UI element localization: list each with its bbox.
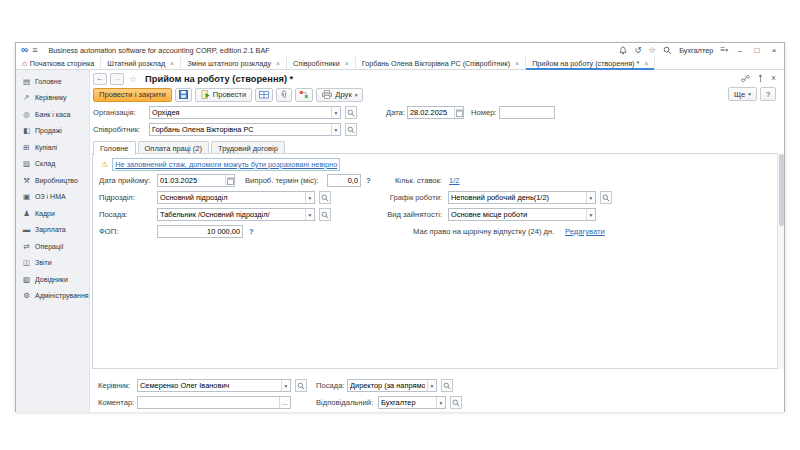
minimize-button[interactable]: – bbox=[735, 46, 745, 55]
tab-employees[interactable]: Співробітники × bbox=[287, 57, 356, 69]
hire-date-input[interactable] bbox=[158, 175, 225, 186]
sidebar-item-salary[interactable]: ▬Зарплата bbox=[16, 222, 89, 239]
tab-staffing[interactable]: Штатний розклад × bbox=[101, 57, 181, 69]
get-link-icon[interactable] bbox=[741, 74, 750, 83]
sidebar-item-directories[interactable]: ▧Довідники bbox=[16, 271, 89, 288]
tab-employee-card[interactable]: Горбань Олена Вікторівна РС (Співробітни… bbox=[356, 57, 526, 69]
organization-field[interactable]: ▾ bbox=[149, 106, 341, 119]
sidebar-item-bank-cash[interactable]: ◎Банк і каса bbox=[16, 106, 89, 123]
print-button[interactable]: Друк ▾ bbox=[316, 88, 363, 102]
tab-hiring-document[interactable]: Прийом на роботу (створення) * × bbox=[526, 57, 655, 69]
comment-input[interactable] bbox=[138, 397, 279, 408]
chevron-down-icon[interactable]: ▾ bbox=[305, 192, 314, 203]
responsible-field[interactable]: ▾ bbox=[378, 396, 446, 409]
close-tab-icon[interactable]: × bbox=[515, 60, 519, 67]
dtkt-postings-button[interactable] bbox=[255, 88, 273, 102]
calendar-icon[interactable] bbox=[454, 107, 463, 118]
form-tab-main[interactable]: Головне bbox=[93, 141, 136, 155]
service-menu-icon[interactable]: ≡▾ bbox=[720, 45, 728, 55]
employment-type-field[interactable]: ▾ bbox=[448, 208, 596, 221]
chevron-down-icon[interactable]: ▾ bbox=[586, 209, 595, 220]
related-documents-button[interactable] bbox=[295, 88, 313, 102]
close-tab-icon[interactable]: × bbox=[170, 60, 174, 67]
tab-home-page[interactable]: ⌂ Початкова сторінка bbox=[16, 57, 101, 69]
back-button[interactable]: ← bbox=[93, 73, 107, 85]
position-input[interactable] bbox=[158, 209, 305, 220]
close-tab-icon[interactable]: × bbox=[276, 60, 280, 67]
chevron-down-icon[interactable]: ▾ bbox=[331, 107, 340, 118]
sidebar-item-hr[interactable]: ♟Кадри bbox=[16, 205, 89, 222]
main-menu-icon[interactable]: ≡ bbox=[32, 45, 37, 55]
close-tab-icon[interactable]: × bbox=[345, 60, 349, 67]
sidebar-item-manager[interactable]: ↗Керівнику bbox=[16, 90, 89, 107]
organization-input[interactable] bbox=[150, 107, 331, 118]
chevron-down-icon[interactable]: ▾ bbox=[586, 192, 595, 203]
vertical-scrollbar[interactable] bbox=[777, 153, 784, 369]
attachments-button[interactable] bbox=[276, 88, 292, 102]
work-schedule-field[interactable]: ▾ bbox=[448, 191, 596, 204]
manager-position-open-button[interactable] bbox=[441, 379, 453, 392]
maximize-button[interactable]: □ bbox=[752, 46, 762, 55]
manager-position-field[interactable]: ▾ bbox=[347, 379, 437, 392]
number-input[interactable] bbox=[499, 106, 555, 119]
forward-button[interactable]: → bbox=[110, 73, 124, 85]
chevron-down-icon[interactable]: ▾ bbox=[305, 209, 314, 220]
favorite-star-icon[interactable]: ☆ bbox=[129, 74, 137, 84]
chevron-down-icon[interactable]: ▾ bbox=[331, 124, 340, 135]
close-form-icon[interactable]: × bbox=[771, 73, 776, 83]
favorites-star-icon[interactable]: ☆ bbox=[649, 46, 657, 55]
employment-type-input[interactable] bbox=[449, 209, 586, 220]
manager-field[interactable]: ▾ bbox=[137, 379, 291, 392]
sidebar-item-warehouse[interactable]: ▥Склад bbox=[16, 156, 89, 173]
employee-field[interactable]: ▾ bbox=[149, 123, 341, 136]
history-icon[interactable]: ↺ bbox=[634, 46, 641, 55]
notifications-bell-icon[interactable] bbox=[619, 46, 627, 55]
manager-position-input[interactable] bbox=[348, 380, 427, 391]
close-window-button[interactable]: × bbox=[769, 46, 779, 55]
scrollbar-thumb[interactable] bbox=[779, 154, 784, 226]
department-open-button[interactable] bbox=[319, 191, 331, 204]
hire-date-field[interactable] bbox=[157, 174, 235, 187]
calendar-icon[interactable] bbox=[225, 175, 234, 186]
date-field[interactable] bbox=[407, 106, 464, 119]
sidebar-item-main[interactable]: ▤Головне bbox=[16, 73, 89, 90]
seniority-warning-link[interactable]: Не заповнений стаж, допомоги можуть бути… bbox=[112, 158, 340, 171]
chevron-down-icon[interactable]: ▾ bbox=[281, 380, 290, 391]
fop-input[interactable] bbox=[157, 225, 243, 238]
chevron-down-icon[interactable]: ▾ bbox=[436, 397, 445, 408]
sidebar-item-purchases[interactable]: ⊞Купівлі bbox=[16, 139, 89, 156]
close-tab-icon[interactable]: × bbox=[644, 60, 648, 67]
sidebar-item-reports[interactable]: ◫Звіти bbox=[16, 255, 89, 272]
save-button[interactable] bbox=[175, 88, 192, 102]
comment-field[interactable]: ... bbox=[137, 396, 291, 409]
post-and-close-button[interactable]: Провести і закрити bbox=[93, 88, 172, 102]
employee-input[interactable] bbox=[150, 124, 331, 135]
work-schedule-open-button[interactable] bbox=[600, 191, 612, 204]
tab-staffing-changes[interactable]: Зміни штатного розкладу × bbox=[181, 57, 287, 69]
more-actions-button[interactable]: Ще▾ bbox=[728, 87, 757, 101]
responsible-open-button[interactable] bbox=[450, 396, 462, 409]
employee-open-button[interactable] bbox=[345, 123, 357, 136]
sidebar-item-fixed-assets[interactable]: ▣ОЗ і НМА bbox=[16, 189, 89, 206]
chevron-down-icon[interactable]: ▾ bbox=[427, 380, 436, 391]
search-icon[interactable] bbox=[663, 46, 672, 55]
help-button[interactable]: ? bbox=[760, 87, 776, 101]
comment-more-button[interactable]: ... bbox=[279, 397, 290, 408]
work-schedule-input[interactable] bbox=[449, 192, 586, 203]
pin-icon[interactable] bbox=[758, 74, 763, 83]
fop-help-link[interactable]: ? bbox=[249, 225, 254, 238]
sidebar-item-operations[interactable]: ⇄Операції bbox=[16, 238, 89, 255]
department-input[interactable] bbox=[158, 192, 305, 203]
position-open-button[interactable] bbox=[319, 208, 331, 221]
sidebar-item-production[interactable]: ⚒Виробництво bbox=[16, 172, 89, 189]
sidebar-item-sales[interactable]: ◧Продажі bbox=[16, 123, 89, 140]
department-field[interactable]: ▾ bbox=[157, 191, 315, 204]
date-input[interactable] bbox=[408, 107, 454, 118]
rate-count-link[interactable]: 1/2 bbox=[449, 174, 460, 187]
organization-open-button[interactable] bbox=[345, 106, 357, 119]
post-button[interactable]: Провести bbox=[195, 88, 253, 102]
current-user[interactable]: Бухгалтер bbox=[679, 46, 713, 55]
position-field[interactable]: ▾ bbox=[157, 208, 315, 221]
manager-input[interactable] bbox=[138, 380, 281, 391]
vacation-edit-link[interactable]: Редагувати bbox=[565, 225, 605, 238]
